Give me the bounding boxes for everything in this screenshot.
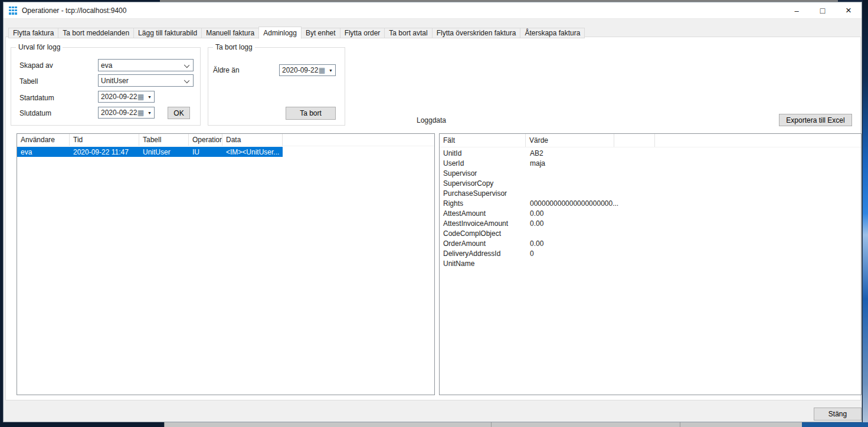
table-label: Tabell — [19, 77, 38, 86]
delete-log-groupbox: Ta bort logg Äldre än 2020-09-22 ▦ ▼ Ta … — [208, 47, 345, 126]
end-date-label: Slutdatum — [19, 109, 51, 117]
dropdown-arrow-icon[interactable]: ▼ — [329, 68, 333, 73]
tab-aterskapa-faktura[interactable]: Återskapa faktura — [520, 28, 585, 38]
detail-rows: UnitId AB2 UserId maja Supervisor Superv… — [440, 147, 861, 268]
adminlogg-tab-page: Urval för logg Skapad av eva Tabell Unit… — [5, 37, 861, 400]
window-controls: – □ × — [784, 2, 862, 19]
created-by-value: eva — [101, 61, 112, 70]
log-cell-table: UnitUser — [139, 148, 189, 156]
calendar-icon[interactable]: ▦ — [137, 93, 144, 101]
detail-row[interactable]: AttestInvoiceAmount 0.00 — [440, 218, 861, 228]
detail-value: 0.00 — [526, 209, 667, 218]
calendar-icon[interactable]: ▦ — [319, 66, 325, 74]
log-cell-time: 2020-09-22 11:47 — [70, 148, 139, 156]
detail-row[interactable]: UnitName — [440, 258, 861, 268]
backdrop-bottom-divider — [491, 422, 492, 427]
tab-flytta-faktura[interactable]: Flytta faktura — [8, 28, 58, 38]
delete-log-groupbox-title: Ta bort logg — [213, 43, 255, 51]
log-table: Användare Tid Tabell Operation Data eva … — [17, 133, 435, 395]
maximize-button[interactable]: □ — [810, 2, 836, 19]
close-dialog-button[interactable]: Stäng — [814, 408, 862, 421]
calendar-icon[interactable]: ▦ — [137, 109, 144, 117]
tab-ta-bort-meddelanden[interactable]: Ta bort meddelanden — [58, 28, 134, 38]
column-header-anvandare[interactable]: Användare — [17, 134, 70, 146]
detail-row[interactable]: UnitId AB2 — [440, 148, 861, 158]
filter-groupbox: Urval för logg Skapad av eva Tabell Unit… — [11, 47, 201, 126]
detail-field: Supervisor — [440, 169, 526, 178]
tab-adminlogg[interactable]: Adminlogg — [258, 27, 302, 39]
detail-row[interactable]: PurchaseSupervisor — [440, 188, 861, 198]
detail-table: Fält Värde UnitId AB2 UserId maja S — [439, 133, 862, 395]
log-table-header: Användare Tid Tabell Operation Data — [17, 134, 434, 146]
minimize-icon: – — [794, 6, 798, 15]
detail-value: 0.00 — [526, 239, 667, 248]
detail-field: PurchaseSupervisor — [440, 189, 526, 198]
end-date-value: 2020-09-22 — [101, 109, 137, 117]
detail-row[interactable]: Rights 000000000000000000000... — [440, 198, 861, 208]
detail-field: AttestAmount — [440, 209, 526, 218]
minimize-button[interactable]: – — [784, 2, 810, 19]
table-select[interactable]: UnitUser — [98, 74, 194, 87]
detail-row[interactable]: DeliveryAddressId 0 — [440, 248, 861, 258]
column-header-varde[interactable]: Värde — [526, 134, 614, 147]
column-header-empty — [614, 134, 655, 147]
column-header-filler — [283, 134, 434, 146]
backdrop-right-strip — [863, 0, 868, 427]
column-header-falt[interactable]: Fält — [440, 134, 526, 147]
detail-value: 000000000000000000000... — [526, 199, 667, 208]
older-than-value: 2020-09-22 — [282, 66, 318, 74]
detail-row[interactable]: CodeComplObject — [440, 228, 861, 238]
tab-manuell-faktura[interactable]: Manuell faktura — [201, 28, 259, 38]
table-value: UnitUser — [101, 77, 129, 85]
dropdown-arrow-icon[interactable]: ▼ — [148, 95, 152, 99]
tab-flytta-order[interactable]: Flytta order — [340, 28, 385, 38]
start-date-value: 2020-09-22 — [101, 93, 137, 101]
delete-button[interactable]: Ta bort — [286, 107, 336, 120]
end-date-picker[interactable]: 2020-09-22 ▦ ▼ — [98, 107, 155, 119]
detail-table-header: Fält Värde — [440, 134, 861, 147]
export-excel-button[interactable]: Exportera till Excel — [779, 114, 852, 126]
column-header-operation[interactable]: Operation — [189, 134, 222, 146]
detail-field: OrderAmount — [440, 239, 526, 248]
title-bar: Operationer - tcp://localhost:9400 – □ × — [4, 2, 862, 19]
tab-lagg-till-fakturabild[interactable]: Lägg till fakturabild — [133, 28, 202, 38]
tab-flytta-overskriden-faktura[interactable]: Flytta överskriden faktura — [432, 28, 521, 38]
log-table-row[interactable]: eva 2020-09-22 11:47 UnitUser IU <IM><Un… — [17, 147, 283, 157]
detail-field: AttestInvoiceAmount — [440, 219, 526, 228]
detail-field: UnitName — [440, 260, 526, 268]
window-title: Operationer - tcp://localhost:9400 — [22, 6, 126, 15]
close-button[interactable]: × — [836, 2, 862, 19]
tab-ta-bort-avtal[interactable]: Ta bort avtal — [384, 28, 432, 38]
detail-row[interactable]: UserId maja — [440, 158, 861, 168]
older-than-label: Äldre än — [213, 66, 240, 74]
column-header-data[interactable]: Data — [222, 134, 283, 146]
detail-value: maja — [526, 159, 667, 167]
detail-value: AB2 — [526, 149, 667, 157]
backdrop-bottom-blue-segment — [802, 422, 868, 427]
column-header-tabell[interactable]: Tabell — [139, 134, 189, 146]
ok-button[interactable]: OK — [168, 107, 190, 119]
logdata-label: Loggdata — [405, 116, 458, 124]
detail-field: UserId — [440, 159, 526, 167]
log-cell-user: eva — [17, 148, 70, 156]
log-cell-data: <IM><UnitUser... — [222, 148, 283, 156]
app-window: Operationer - tcp://localhost:9400 – □ ×… — [3, 2, 862, 422]
dropdown-arrow-icon[interactable]: ▼ — [148, 111, 152, 115]
created-by-select[interactable]: eva — [98, 59, 194, 71]
detail-value: 0.00 — [526, 219, 667, 228]
detail-field: CodeComplObject — [440, 229, 526, 238]
column-header-tid[interactable]: Tid — [70, 134, 139, 146]
start-date-picker[interactable]: 2020-09-22 ▦ ▼ — [98, 91, 155, 103]
chevron-down-icon — [184, 63, 189, 68]
column-header-filler — [655, 134, 861, 147]
app-icon — [9, 6, 17, 15]
detail-value: 0 — [526, 249, 667, 258]
detail-field: SupervisorCopy — [440, 179, 526, 188]
filter-groupbox-title: Urval för logg — [16, 43, 63, 51]
older-than-date-picker[interactable]: 2020-09-22 ▦ ▼ — [279, 64, 336, 76]
detail-row[interactable]: Supervisor — [440, 168, 861, 178]
detail-row[interactable]: AttestAmount 0.00 — [440, 208, 861, 218]
detail-row[interactable]: SupervisorCopy — [440, 178, 861, 188]
tab-byt-enhet[interactable]: Byt enhet — [301, 28, 340, 38]
detail-row[interactable]: OrderAmount 0.00 — [440, 238, 861, 248]
